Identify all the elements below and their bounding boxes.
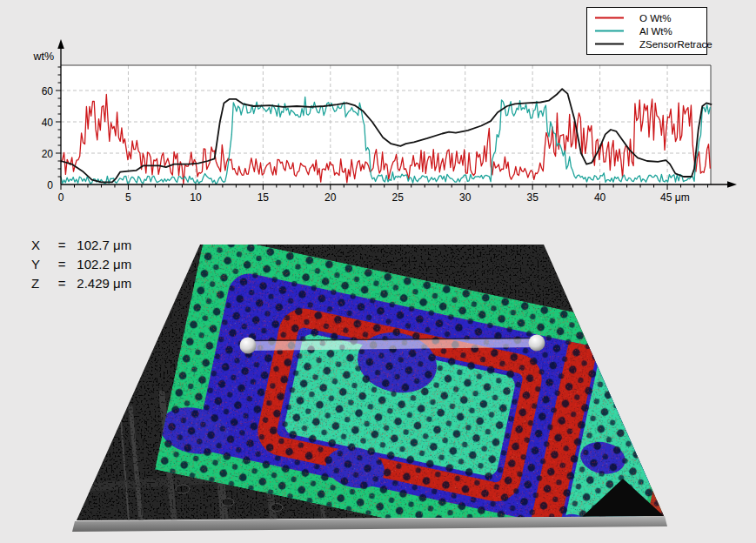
- coord-y-eq: =: [50, 255, 73, 274]
- profile-handle-left[interactable]: [240, 338, 257, 354]
- y-tick-label: 20: [42, 148, 54, 160]
- legend-label: O Wt%: [639, 13, 671, 23]
- x-tick-label: 15: [258, 191, 270, 204]
- coord-y-value: 102.2 μm: [77, 255, 131, 274]
- plot-area: [61, 65, 711, 184]
- y-tick-label: 40: [42, 117, 54, 129]
- legend-label: ZSensorRetrace: [639, 39, 713, 50]
- y-axis-title: wt%: [32, 50, 54, 63]
- x-tick-label: 30: [459, 191, 472, 204]
- coord-z-row: Z = 2.429 μm: [31, 274, 131, 293]
- x-tick-label: 10: [190, 191, 202, 204]
- x-tick-label: 25: [392, 191, 405, 204]
- x-tick-label: 35: [526, 191, 539, 204]
- profile-handle-right[interactable]: [529, 335, 545, 352]
- coord-y-label: Y: [31, 255, 47, 274]
- wt-percent-chart: 051015202530354045 μm0204060wt%O Wt%Al W…: [0, 0, 756, 222]
- x-tick-label: 40: [594, 191, 606, 204]
- coord-x-value: 102.7 μm: [77, 236, 131, 255]
- y-tick-label: 60: [42, 85, 54, 97]
- legend: O Wt%Al Wt%ZSensorRetrace: [587, 8, 713, 55]
- cursor-readout: X = 102.7 μm Y = 102.2 μm Z = 2.429 μm: [31, 236, 131, 293]
- coord-z-eq: =: [50, 274, 73, 293]
- app-window: 051015202530354045 μm0204060wt%O Wt%Al W…: [0, 0, 756, 543]
- x-tick-label: 5: [125, 191, 131, 204]
- coord-z-label: Z: [31, 274, 47, 293]
- legend-label: Al Wt%: [639, 26, 672, 37]
- coord-z-value: 2.429 μm: [77, 274, 131, 293]
- x-tick-label: 45 μm: [660, 191, 690, 204]
- coord-x-label: X: [31, 236, 47, 255]
- y-axis-arrow-icon: [57, 39, 64, 49]
- coord-x-eq: =: [50, 236, 73, 255]
- x-axis-arrow-icon: [727, 181, 737, 188]
- y-tick-label: 0: [47, 179, 53, 191]
- coord-y-row: Y = 102.2 μm: [31, 255, 131, 274]
- coord-x-row: X = 102.7 μm: [31, 236, 131, 255]
- x-tick-label: 0: [58, 191, 64, 204]
- x-tick-label: 20: [324, 191, 337, 204]
